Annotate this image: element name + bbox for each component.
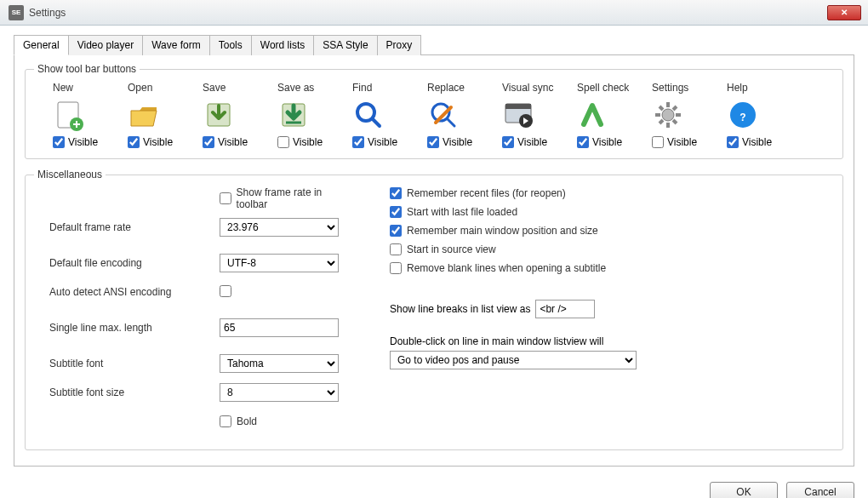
show-frame-rate-label: Show frame rate in toolbar [237,186,356,210]
auto-detect-ansi-checkbox[interactable] [220,285,231,297]
toolbar-item-label: Save as [277,82,314,94]
bold-checkbox[interactable] [220,415,231,427]
toolbar-visible-check[interactable]: Visible [652,136,697,148]
close-icon: ✕ [841,8,848,17]
ok-button[interactable]: OK [710,482,778,498]
toolbar-item: HelpVisible [727,82,790,148]
groupbox-misc: Miscellaneous Show frame rate in toolbar… [25,175,843,450]
toolbar-visible-label: Visible [293,136,323,148]
toolbar-visible-checkbox[interactable] [427,136,439,148]
tab-word-lists[interactable]: Word lists [251,35,314,55]
toolbar-visible-check[interactable]: Visible [427,136,472,148]
tabstrip: General Video player Wave form Tools Wor… [14,34,854,55]
app-icon: SE [9,5,24,20]
default-file-encoding-label: Default file encoding [49,257,220,269]
window-title: Settings [29,7,66,19]
tab-general[interactable]: General [14,35,69,55]
button-row: OK Cancel [0,473,868,498]
help-icon [727,99,759,131]
toolbar-visible-label: Visible [68,136,98,148]
toolbar-visible-check[interactable]: Visible [203,136,248,148]
show-line-breaks-input[interactable] [535,300,595,318]
cancel-button[interactable]: Cancel [786,482,854,498]
remove-blank-lines-check[interactable]: Remove blank lines when opening a subtit… [390,262,606,274]
double-click-select[interactable]: Go to video pos and pause [390,351,637,369]
start-last-file-label: Start with last file loaded [407,206,517,218]
titlebar: SE Settings ✕ [0,0,868,26]
single-line-max-input[interactable] [220,318,339,337]
find-icon [352,99,385,131]
tab-tools[interactable]: Tools [209,35,252,55]
start-last-file-checkbox[interactable] [390,206,402,218]
toolbar-visible-checkbox[interactable] [352,136,364,148]
tab-body: Show tool bar buttons NewVisibleOpenVisi… [14,55,854,467]
spell-check-icon [577,99,609,131]
close-button[interactable]: ✕ [827,5,861,20]
show-frame-rate-check[interactable]: Show frame rate in toolbar [220,186,356,210]
remove-blank-lines-checkbox[interactable] [390,262,402,274]
toolbar-item-label: Help [727,82,748,94]
start-source-view-checkbox[interactable] [390,243,402,255]
remember-recent-label: Remember recent files (for reopen) [407,187,566,199]
toolbar-visible-checkbox[interactable] [502,136,514,148]
toolbar-visible-checkbox[interactable] [203,136,214,148]
toolbar-item: SaveVisible [203,82,266,148]
new-icon [53,99,85,131]
auto-detect-ansi-label: Auto detect ANSI encoding [49,286,220,298]
default-frame-rate-label: Default frame rate [49,221,220,233]
toolbar-visible-check[interactable]: Visible [277,136,323,148]
remember-window-checkbox[interactable] [390,225,402,237]
bold-check[interactable]: Bold [220,415,257,427]
toolbar-item: FindVisible [352,82,415,148]
toolbar-visible-checkbox[interactable] [53,136,65,148]
start-last-file-check[interactable]: Start with last file loaded [390,206,517,218]
remember-recent-check[interactable]: Remember recent files (for reopen) [390,187,566,199]
remember-recent-checkbox[interactable] [390,187,402,199]
toolbar-visible-check[interactable]: Visible [727,136,772,148]
start-source-view-check[interactable]: Start in source view [390,243,496,255]
toolbar-item-label: New [53,82,73,94]
toolbar-visible-check[interactable]: Visible [577,136,622,148]
subtitle-font-size-select[interactable]: 8 [220,383,339,402]
saveas-icon [277,99,310,131]
groupbox-toolbar-legend: Show tool bar buttons [34,63,140,75]
remove-blank-lines-label: Remove blank lines when opening a subtit… [407,262,606,274]
toolbar-visible-label: Visible [667,136,697,148]
toolbar-visible-check[interactable]: Visible [128,136,173,148]
toolbar-item-label: Find [352,82,372,94]
tab-video-player[interactable]: Video player [68,35,144,55]
toolbar-item-label: Spell check [577,82,629,94]
toolbar-item: Spell checkVisible [577,82,640,148]
toolbar-visible-checkbox[interactable] [128,136,140,148]
toolbar-item: NewVisible [53,82,116,148]
toolbar-visible-check[interactable]: Visible [502,136,547,148]
settings-icon [652,99,684,131]
toolbar-visible-label: Visible [742,136,772,148]
remember-window-check[interactable]: Remember main window position and size [390,225,598,237]
toolbar-visible-checkbox[interactable] [277,136,289,148]
content-area: General Video player Wave form Tools Wor… [0,26,868,473]
default-file-encoding-select[interactable]: UTF-8 [220,254,339,272]
open-icon [128,99,160,131]
save-icon [203,99,235,131]
remember-window-label: Remember main window position and size [407,225,598,237]
toolbar-item: Save asVisible [277,82,340,148]
toolbar-visible-checkbox[interactable] [652,136,664,148]
toolbar-visible-label: Visible [143,136,173,148]
toolbar-visible-label: Visible [592,136,622,148]
toolbar-item-label: Settings [652,82,688,94]
toolbar-visible-checkbox[interactable] [727,136,739,148]
single-line-max-label: Single line max. length [49,322,220,334]
tab-ssa-style[interactable]: SSA Style [313,35,377,55]
bold-label: Bold [237,415,257,427]
toolbar-visible-check[interactable]: Visible [53,136,98,148]
toolbar-visible-checkbox[interactable] [577,136,589,148]
default-frame-rate-select[interactable]: 23.976 [220,218,339,237]
toolbar-visible-label: Visible [368,136,397,148]
tab-proxy[interactable]: Proxy [377,35,422,55]
show-frame-rate-checkbox[interactable] [220,192,231,204]
subtitle-font-size-label: Subtitle font size [49,386,220,398]
tab-wave-form[interactable]: Wave form [142,35,210,55]
toolbar-visible-check[interactable]: Visible [352,136,397,148]
subtitle-font-select[interactable]: Tahoma [220,354,339,373]
